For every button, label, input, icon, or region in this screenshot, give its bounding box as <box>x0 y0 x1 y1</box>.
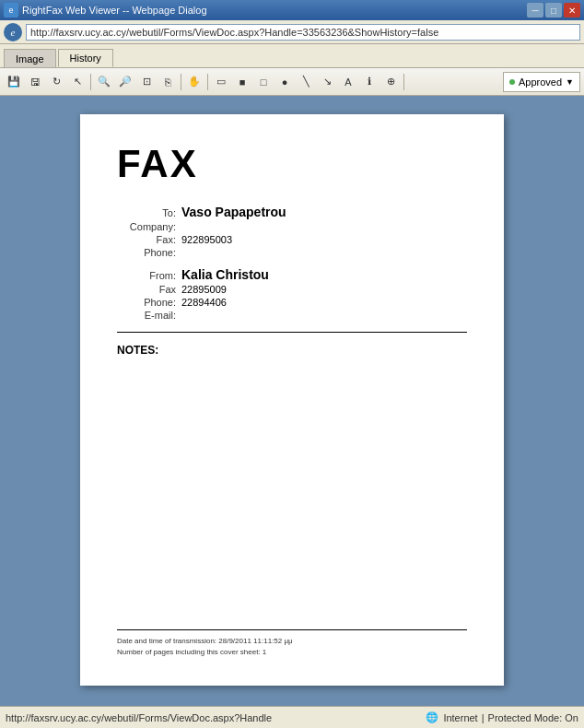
fax-company-row: Company: <box>117 221 467 232</box>
draw-rect-button[interactable]: ▭ <box>211 72 231 92</box>
stamp-button[interactable]: ⊕ <box>380 72 401 92</box>
toolbar-sep-4 <box>403 74 404 90</box>
fax-to-value: 922895003 <box>181 234 232 245</box>
tab-history[interactable]: History <box>58 49 113 67</box>
zoom-out-button[interactable]: 🔎 <box>115 72 135 92</box>
app-icon: e <box>4 3 18 18</box>
fax-email-row: E-mail: <box>117 310 467 321</box>
fax-footer-divider <box>117 629 467 630</box>
draw-rect-outline-button[interactable]: □ <box>253 72 274 92</box>
address-bar: e <box>0 20 584 44</box>
footer-line-2: Number of pages including this cover she… <box>117 647 467 658</box>
save-as-button[interactable]: 🖫 <box>25 72 45 92</box>
fax-from-section: From: Kalia Christou Fax 22895009 Phone:… <box>117 267 467 321</box>
save-button[interactable]: 💾 <box>4 72 24 92</box>
tab-image[interactable]: Image <box>4 49 56 67</box>
refresh-button[interactable]: ↻ <box>46 72 66 92</box>
footer-line-1: Date and time of transmission: 28/9/2011… <box>117 636 467 647</box>
address-input[interactable] <box>26 24 580 41</box>
title-bar-buttons[interactable]: ─ □ ✕ <box>527 3 580 18</box>
fax-title: FAX <box>117 142 467 186</box>
toolbar-sep-1 <box>90 74 91 90</box>
fax-to-section: To: Vaso Papapetrou Company: Fax: 922895… <box>117 205 467 258</box>
draw-circle-button[interactable]: ● <box>274 72 295 92</box>
status-bar: http://faxsrv.ucy.ac.cy/webutil/Forms/Vi… <box>0 706 584 728</box>
toolbar: 💾 🖫 ↻ ↖ 🔍 🔎 ⊡ ⎘ ✋ ▭ ■ □ ● ╲ ↘ A ℹ ⊕ Appr… <box>0 68 584 96</box>
fax-to-phone-row: Phone: <box>117 247 467 258</box>
draw-line-button[interactable]: ╲ <box>296 72 316 92</box>
approved-indicator <box>509 79 515 85</box>
status-right: 🌐 Internet | Protected Mode: On <box>425 710 578 725</box>
phone-from-value: 22894406 <box>181 297 227 308</box>
close-button[interactable]: ✕ <box>564 3 580 18</box>
copy-button[interactable]: ⎘ <box>158 72 178 92</box>
cursor-button[interactable]: ↖ <box>67 72 88 92</box>
fax-document: FAX To: Vaso Papapetrou Company: Fax: 92… <box>80 114 504 686</box>
zone-label: Internet <box>443 712 477 723</box>
approved-label: Approved <box>519 76 562 88</box>
fax-to-label: Fax: <box>117 234 181 245</box>
draw-arrow-button[interactable]: ↘ <box>317 72 337 92</box>
from-value: Kalia Christou <box>181 267 269 282</box>
fax-from-fax-row: Fax 22895009 <box>117 284 467 295</box>
status-url: http://faxsrv.ucy.ac.cy/webutil/Forms/Vi… <box>6 712 417 723</box>
internet-zone-icon: 🌐 <box>425 710 439 725</box>
fax-to-row: To: Vaso Papapetrou <box>117 205 467 219</box>
fax-from-row: From: Kalia Christou <box>117 267 467 282</box>
protected-mode-label: Protected Mode: On <box>488 712 578 723</box>
fax-to-fax-row: Fax: 922895003 <box>117 234 467 245</box>
window-title: RightFax Web Viewer -- Webpage Dialog <box>22 5 207 16</box>
title-bar: e RightFax Web Viewer -- Webpage Dialog … <box>0 0 584 20</box>
separator: | <box>482 712 485 723</box>
browser-icon: e <box>4 23 22 41</box>
zoom-in-button[interactable]: 🔍 <box>94 72 114 92</box>
text-button[interactable]: A <box>338 72 358 92</box>
fax-from-value: 22895009 <box>181 284 227 295</box>
company-label: Company: <box>117 221 181 232</box>
tabs-bar: Image History <box>0 44 584 68</box>
fax-from-label: Fax <box>117 284 181 295</box>
approved-badge: Approved ▼ <box>503 72 580 92</box>
draw-fill-button[interactable]: ■ <box>232 72 252 92</box>
from-label: From: <box>117 270 181 281</box>
maximize-button[interactable]: □ <box>545 3 562 18</box>
notes-label: NOTES: <box>117 344 467 357</box>
phone-to-label: Phone: <box>117 247 181 258</box>
approved-dropdown-icon[interactable]: ▼ <box>566 77 574 87</box>
phone-from-label: Phone: <box>117 297 181 308</box>
to-label: To: <box>117 207 181 218</box>
fax-middle-divider <box>117 332 467 333</box>
fit-page-button[interactable]: ⊡ <box>136 72 157 92</box>
fax-footer: Date and time of transmission: 28/9/2011… <box>117 629 467 658</box>
move-button[interactable]: ✋ <box>184 72 204 92</box>
toolbar-sep-3 <box>207 74 208 90</box>
minimize-button[interactable]: ─ <box>527 3 543 18</box>
info-button[interactable]: ℹ <box>359 72 380 92</box>
fax-from-phone-row: Phone: 22894406 <box>117 297 467 308</box>
toolbar-sep-2 <box>181 74 181 90</box>
to-value: Vaso Papapetrou <box>181 205 286 219</box>
email-label: E-mail: <box>117 310 181 321</box>
title-bar-left: e RightFax Web Viewer -- Webpage Dialog <box>4 3 207 18</box>
content-area: FAX To: Vaso Papapetrou Company: Fax: 92… <box>0 96 584 706</box>
